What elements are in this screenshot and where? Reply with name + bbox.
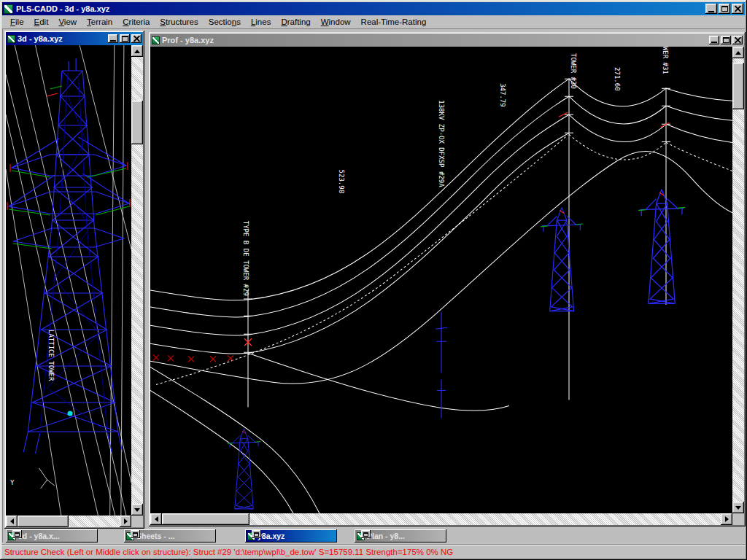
menu-criteria[interactable]: Criteria	[117, 16, 155, 28]
profile-canvas[interactable]: 523.98 347.79 271.60 TOWER #30 TOWER #31…	[150, 47, 732, 513]
restore-button[interactable]	[131, 530, 140, 538]
window-profile-icon[interactable]	[152, 36, 160, 44]
scroll-right-button[interactable]	[120, 516, 131, 527]
arrow-down-icon	[134, 508, 140, 515]
scroll-track[interactable]	[162, 513, 721, 525]
scrollbar-corner	[131, 516, 143, 527]
app-icon[interactable]	[4, 4, 13, 14]
menu-window[interactable]: Window	[316, 16, 356, 28]
minimize-button[interactable]	[705, 4, 717, 14]
scroll-track[interactable]	[18, 516, 120, 527]
restore-icon	[363, 532, 368, 537]
minimized-windows-row: 3d - y8a.x...Sheets - ...y8a.xyzPlan - y…	[0, 529, 747, 542]
menu-terrain[interactable]: Terrain	[82, 16, 117, 28]
span-length-label: 271.60	[614, 67, 621, 91]
menu-lines[interactable]: Lines	[246, 16, 276, 28]
menu-sections[interactable]: Sections	[204, 16, 246, 28]
span-length-label: 523.98	[338, 170, 345, 194]
scroll-up-button[interactable]	[131, 45, 143, 57]
window-profile: Prof - y8a.xyz	[149, 32, 746, 526]
structure-29-line[interactable]	[244, 290, 252, 408]
axis-label: Y	[10, 479, 15, 486]
scroll-up-button[interactable]	[732, 47, 744, 58]
main-window-title: PLS-CADD - 3d - y8a.xyz	[16, 4, 109, 13]
menu-file[interactable]: File	[5, 16, 29, 28]
scroll-thumb[interactable]	[131, 101, 143, 144]
restore-button[interactable]	[12, 530, 22, 538]
scroll-track[interactable]	[131, 57, 143, 504]
tower-name-label: LATTICE TOWER	[47, 330, 55, 381]
window-3d-title: 3d - y8a.xyz	[18, 34, 63, 43]
window-3d-minimize-button[interactable]	[108, 34, 118, 43]
wires-3d	[6, 45, 131, 516]
menu-real-time-rating[interactable]: Real-Time-Rating	[356, 16, 432, 28]
scroll-down-button[interactable]	[732, 502, 744, 513]
minimized-window-bar[interactable]: y8a.xyz	[245, 529, 337, 542]
section-label: 138KV ZP-OX DFXSP #29A	[438, 100, 445, 187]
restore-icon	[254, 532, 259, 537]
red-attachment-marks	[559, 112, 669, 127]
scroll-thumb[interactable]	[162, 513, 249, 525]
horizontal-scrollbar-profile[interactable]	[150, 513, 732, 525]
arrow-up-icon	[735, 48, 741, 55]
minimized-window-bar[interactable]: Plan - y8...	[355, 529, 446, 542]
arrow-right-icon	[725, 516, 732, 522]
arrow-down-icon	[735, 506, 741, 513]
rendered-tower-30[interactable]	[541, 208, 583, 311]
maximize-button[interactable]	[719, 4, 730, 14]
window-profile-minimize-button[interactable]	[709, 36, 719, 44]
window-profile-maximize-button[interactable]	[721, 36, 731, 44]
menu-view[interactable]: View	[53, 16, 82, 28]
structure-31-line[interactable]	[662, 88, 670, 305]
scroll-down-button[interactable]	[131, 504, 143, 516]
tower-30-label: TOWER #30	[570, 53, 577, 89]
violation-x-markers	[153, 354, 233, 362]
menu-bar: FileEditViewTerrainCriteriaStructuresSec…	[2, 15, 745, 28]
structure-30-line[interactable]	[565, 78, 573, 400]
restore-icon	[15, 532, 20, 537]
vertical-scrollbar-3d[interactable]	[131, 45, 143, 516]
scroll-right-button[interactable]	[721, 513, 732, 525]
window-profile-title: Prof - y8a.xyz	[162, 36, 214, 44]
menu-drafting[interactable]: Drafting	[276, 16, 315, 28]
restore-icon	[133, 532, 138, 537]
rendered-tower-31[interactable]	[638, 190, 685, 304]
menu-structures[interactable]: Structures	[155, 16, 203, 28]
arrow-right-icon	[124, 518, 131, 524]
application-window: PLS-CADD - 3d - y8a.xyz FileEditViewTerr…	[0, 0, 747, 560]
restore-button[interactable]	[252, 530, 261, 538]
scroll-thumb[interactable]	[732, 63, 744, 109]
minimized-window-bar[interactable]: Sheets - ...	[124, 529, 216, 542]
snap-marker	[67, 411, 72, 416]
span-length-label: 347.79	[499, 83, 506, 107]
minimized-window-title: y8a.xyz	[258, 532, 285, 540]
maximize-icon	[721, 6, 728, 12]
view-3d-canvas[interactable]: Y LATTICE TOWER	[6, 45, 131, 516]
window-profile-close-button[interactable]	[732, 36, 743, 44]
close-icon	[133, 36, 140, 42]
scroll-thumb[interactable]	[18, 516, 69, 527]
scroll-track[interactable]	[732, 58, 744, 502]
window-3d-icon[interactable]	[7, 35, 15, 43]
minimized-window-title: 3d - y8a.x...	[18, 532, 60, 540]
vertical-scrollbar-profile[interactable]	[732, 47, 744, 513]
tower-29-label: TYPE B DE TOWER #29	[242, 221, 249, 296]
window-3d-titlebar[interactable]: 3d - y8a.xyz	[6, 32, 143, 45]
rendered-pole-29a[interactable]	[436, 312, 447, 418]
arrow-up-icon	[134, 47, 140, 53]
window-3d: 3d - y8a.xyz	[4, 31, 144, 529]
window-3d-close-button[interactable]	[131, 34, 142, 43]
scroll-left-button[interactable]	[6, 516, 18, 527]
tower-31-label: TOWER #31	[662, 47, 669, 74]
minimized-window-title: Plan - y8...	[367, 532, 405, 540]
scroll-left-button[interactable]	[150, 513, 162, 525]
minimized-window-bar[interactable]: 3d - y8a.x...	[6, 529, 98, 542]
window-profile-titlebar[interactable]: Prof - y8a.xyz	[150, 34, 744, 47]
main-titlebar[interactable]: PLS-CADD - 3d - y8a.xyz	[2, 2, 745, 15]
horizontal-scrollbar-3d[interactable]	[6, 516, 131, 527]
rendered-tower-29[interactable]	[228, 429, 260, 509]
close-button[interactable]	[732, 4, 743, 14]
restore-button[interactable]	[361, 530, 371, 538]
window-3d-maximize-button[interactable]	[120, 34, 130, 43]
menu-edit[interactable]: Edit	[29, 16, 54, 28]
